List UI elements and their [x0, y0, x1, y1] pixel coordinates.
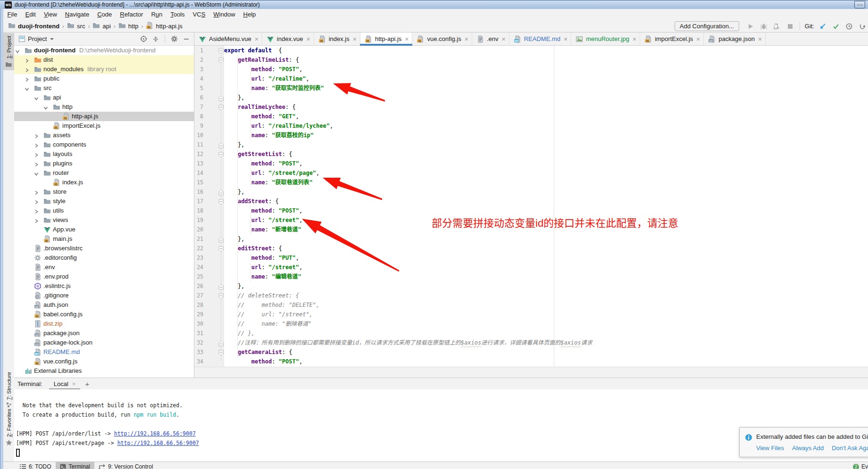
- tree-item-assets[interactable]: assets: [14, 131, 194, 140]
- breadcrumb-item[interactable]: api: [92, 22, 110, 31]
- statusbar----version-control[interactable]: 9: Version Control: [94, 462, 157, 469]
- chevron-down-icon[interactable]: [25, 86, 29, 91]
- code-line[interactable]: 33 getCameraList: {: [194, 347, 868, 357]
- statusbar----todo[interactable]: 6: TODO: [16, 462, 56, 469]
- code-line[interactable]: 27 // deleteStreet: {: [194, 291, 868, 300]
- run-icon[interactable]: [747, 23, 754, 30]
- code-line[interactable]: 15 name: "获取巷道列表": [194, 178, 868, 187]
- close-icon[interactable]: ×: [306, 37, 310, 41]
- close-icon[interactable]: ×: [564, 37, 568, 41]
- code-line[interactable]: 26 },: [194, 281, 868, 291]
- chevron-right-icon[interactable]: [34, 152, 39, 156]
- tree-item-.env[interactable]: .env: [14, 263, 194, 272]
- tree-item-duoji-frontend[interactable]: duoji-frontendD:\zheheWeb\duoji-frontend: [14, 46, 194, 55]
- tree-item-vue.config.js[interactable]: JS vue.config.js: [14, 357, 194, 366]
- editor-tab-menuRouter.jpg[interactable]: menuRouter.jpg ×: [571, 33, 640, 45]
- git-update-icon[interactable]: [819, 23, 826, 30]
- tree-item-store[interactable]: store: [14, 187, 194, 197]
- editor-tab-AsideMenu.vue[interactable]: AsideMenu.vue ×: [194, 33, 262, 45]
- close-icon[interactable]: ×: [72, 380, 76, 387]
- menu-tools[interactable]: Tools: [167, 9, 189, 20]
- event-log-label[interactable]: Ev: [861, 463, 868, 469]
- editor-tab-http-api.js[interactable]: JS http-api.js ×: [360, 33, 413, 45]
- tree-item-http-api.js[interactable]: JS http-api.js: [14, 112, 194, 121]
- menu-code[interactable]: Code: [93, 9, 116, 20]
- tree-item-dist.zip[interactable]: dist.zip: [14, 319, 194, 329]
- chevron-down-icon[interactable]: [43, 105, 48, 109]
- tree-item-components[interactable]: components: [14, 140, 194, 149]
- code-line[interactable]: 4 url: "/realTime",: [194, 74, 868, 83]
- notification-link[interactable]: Don't Ask Agai: [832, 444, 868, 452]
- editor-tab-vue.config.js[interactable]: JS vue.config.js ×: [412, 33, 472, 45]
- code-line[interactable]: 7 realTimeLychee: {: [194, 102, 868, 112]
- code-line[interactable]: 31 // },: [194, 329, 868, 338]
- code-line[interactable]: 2 getRealTimeList: {: [194, 55, 868, 65]
- stripe-button-favorites[interactable]: 2: Favorites: [3, 406, 14, 445]
- debug-icon[interactable]: [760, 23, 768, 30]
- git-history-icon[interactable]: [845, 23, 853, 30]
- tree-item-node_modules[interactable]: node_moduleslibrary root: [14, 65, 194, 74]
- tree-item-.eslintrc.js[interactable]: .eslintrc.js: [14, 281, 194, 291]
- code-line[interactable]: 25 name: "编辑巷道": [194, 272, 868, 281]
- code-line[interactable]: 24 url: "/street",: [194, 263, 868, 272]
- chevron-right-icon[interactable]: [25, 67, 29, 72]
- tree-item-views[interactable]: views: [14, 215, 194, 225]
- tree-item-index.js[interactable]: JS index.js: [14, 178, 194, 187]
- chevron-right-icon[interactable]: [34, 208, 39, 213]
- close-icon[interactable]: ×: [633, 37, 636, 41]
- stop-icon[interactable]: [786, 23, 794, 30]
- code-line[interactable]: 17 addStreet: {: [194, 197, 868, 206]
- menu-file[interactable]: File: [3, 9, 21, 20]
- terminal-tab-local[interactable]: Local ×: [49, 378, 81, 389]
- code-line[interactable]: 9 url: "/realTime/lychee",: [194, 121, 868, 131]
- tree-item-.editorconfig[interactable]: .editorconfig: [14, 253, 194, 263]
- code-area[interactable]: 1 export default { 2 getRealTimeList: { …: [194, 46, 868, 367]
- menu-vcs[interactable]: VCS: [189, 9, 209, 20]
- close-icon[interactable]: ×: [502, 37, 506, 41]
- chevron-right-icon[interactable]: [34, 161, 39, 166]
- stripe-button-structure[interactable]: 7: Structure: [3, 369, 14, 404]
- close-icon[interactable]: ×: [758, 37, 762, 41]
- tree-item-router[interactable]: router: [14, 168, 194, 178]
- tree-item-src[interactable]: src: [14, 83, 194, 93]
- breadcrumb-item[interactable]: duoji-frontend: [8, 22, 59, 31]
- locate-file-icon[interactable]: [140, 35, 147, 43]
- close-icon[interactable]: ×: [405, 37, 409, 41]
- code-line[interactable]: 13 method: "POST",: [194, 159, 868, 168]
- menu-edit[interactable]: Edit: [21, 9, 40, 20]
- statusbar-terminal[interactable]: Terminal: [56, 462, 94, 469]
- tree-item-layouts[interactable]: layouts: [14, 149, 194, 159]
- chevron-right-icon[interactable]: [34, 218, 39, 222]
- menu-view[interactable]: View: [40, 9, 61, 20]
- code-line[interactable]: 21 },: [194, 234, 868, 244]
- chevron-down-icon[interactable]: [34, 95, 39, 100]
- git-commit-icon[interactable]: [832, 23, 840, 30]
- close-icon[interactable]: ×: [353, 37, 357, 41]
- code-line[interactable]: 18 method: "POST",: [194, 206, 868, 215]
- chevron-right-icon[interactable]: [34, 199, 39, 204]
- close-icon[interactable]: ×: [696, 37, 700, 41]
- tree-item-.gitignore[interactable]: .gitignore: [14, 291, 194, 300]
- editor-tab-index.vue[interactable]: index.vue ×: [262, 33, 314, 45]
- code-line[interactable]: 1 export default {: [194, 46, 868, 55]
- event-log-widget[interactable]: 2 Ev: [853, 462, 868, 469]
- breadcrumb-item[interactable]: http: [118, 22, 139, 31]
- tree-item-main.js[interactable]: JS main.js: [14, 234, 194, 244]
- tree-item-api[interactable]: api: [14, 93, 194, 102]
- tree-item-http[interactable]: http: [14, 102, 194, 112]
- code-line[interactable]: 23 method: "PUT",: [194, 253, 868, 263]
- code-line[interactable]: 29 // url: "/street",: [194, 310, 868, 319]
- tree-item-importExcel.js[interactable]: JS importExcel.js: [14, 121, 194, 131]
- menu-help[interactable]: Help: [239, 9, 260, 20]
- menu-run[interactable]: Run: [147, 9, 167, 20]
- tree-item-package.json[interactable]: {;} package.json: [14, 329, 194, 338]
- chevron-down-icon[interactable]: [50, 38, 54, 40]
- minimize-button[interactable]: [854, 1, 865, 8]
- editor-tab-package.json[interactable]: {;} package.json ×: [704, 33, 766, 45]
- editor-tab-index.js[interactable]: JS index.js ×: [314, 33, 360, 45]
- chevron-down-icon[interactable]: [34, 171, 39, 175]
- tree-item-External Libraries[interactable]: External Libraries: [14, 366, 194, 376]
- chevron-right-icon[interactable]: [34, 142, 39, 147]
- hide-panel-icon[interactable]: [183, 35, 190, 43]
- notification-link[interactable]: Always Add: [792, 444, 824, 452]
